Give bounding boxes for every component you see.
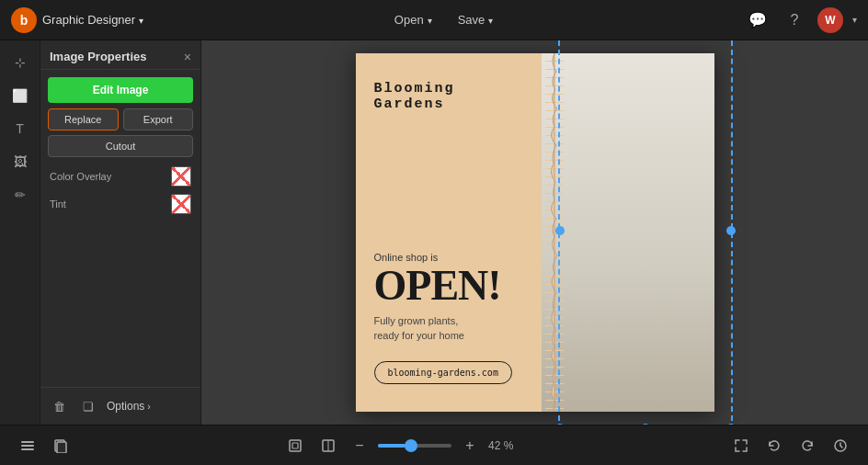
card-description: Fully grown plants, ready for your home bbox=[374, 314, 535, 343]
layers-icon[interactable] bbox=[15, 433, 40, 459]
tool-text[interactable]: T bbox=[6, 114, 35, 143]
pages-icon[interactable] bbox=[48, 433, 74, 459]
bottom-center: − + 42 % bbox=[282, 433, 520, 459]
fit-to-screen-button[interactable] bbox=[728, 433, 754, 459]
zoom-in-button[interactable]: + bbox=[459, 435, 481, 457]
user-avatar[interactable]: W bbox=[817, 7, 843, 33]
tool-image[interactable]: 🖼 bbox=[6, 147, 35, 176]
svg-rect-13 bbox=[290, 440, 301, 451]
card-image bbox=[542, 53, 714, 412]
zoom-out-button[interactable]: − bbox=[348, 435, 371, 457]
plant-background bbox=[542, 53, 714, 412]
zoom-slider[interactable] bbox=[378, 444, 451, 448]
export-button[interactable]: Export bbox=[123, 108, 194, 130]
save-menu-button[interactable]: Save bbox=[449, 9, 503, 30]
left-toolbar: ⊹ ⬜ T 🖼 ✏ bbox=[0, 40, 40, 425]
card-main-text: OPEN! bbox=[374, 265, 535, 307]
app-name: Graphic Designer bbox=[42, 13, 143, 27]
main-area: ⊹ ⬜ T 🖼 ✏ Image Properties × Edit Image … bbox=[0, 40, 868, 425]
tint-row: Tint bbox=[48, 194, 193, 214]
user-chevron-icon[interactable]: ▾ bbox=[852, 15, 857, 25]
svg-rect-9 bbox=[21, 445, 34, 447]
delete-icon[interactable]: 🗑 bbox=[48, 395, 70, 417]
frame-icon[interactable] bbox=[315, 433, 341, 459]
edit-image-button[interactable]: Edit Image bbox=[48, 77, 193, 103]
cutout-button[interactable]: Cutout bbox=[48, 135, 193, 157]
tool-pen[interactable]: ✏ bbox=[6, 180, 35, 210]
app-name-chevron[interactable] bbox=[139, 13, 143, 27]
chat-button[interactable]: 💬 bbox=[744, 6, 771, 34]
properties-panel: Image Properties × Edit Image Replace Ex… bbox=[40, 40, 201, 425]
card-left: Blooming Gardens Online shop is OPEN! Fu… bbox=[356, 53, 554, 412]
torn-edge bbox=[545, 53, 564, 412]
panel-footer: 🗑 ❏ Options › bbox=[40, 387, 200, 425]
color-overlay-swatch[interactable] bbox=[171, 166, 191, 187]
svg-rect-14 bbox=[292, 443, 298, 448]
close-panel-button[interactable]: × bbox=[184, 51, 191, 63]
fit-screen-icon[interactable] bbox=[282, 433, 308, 459]
handle-middle-right[interactable] bbox=[726, 226, 736, 235]
topbar-right: 💬 ? W ▾ bbox=[744, 6, 857, 34]
topbar-center: Open Save bbox=[385, 9, 502, 30]
card-mid: Online shop is OPEN! Fully grown plants,… bbox=[374, 252, 535, 384]
options-label: Options bbox=[107, 400, 144, 413]
open-menu-button[interactable]: Open bbox=[385, 9, 441, 30]
undo-button[interactable] bbox=[761, 433, 787, 459]
tool-select[interactable]: ⊹ bbox=[6, 48, 35, 77]
panel-body: Edit Image Replace Export Cutout Color O… bbox=[40, 70, 200, 214]
card-title-text: Blooming Gardens bbox=[374, 81, 528, 112]
options-chevron-icon: › bbox=[147, 402, 150, 412]
help-button[interactable]: ? bbox=[781, 6, 808, 34]
handle-bottom-left[interactable] bbox=[555, 424, 565, 425]
card-url: blooming-gardens.com bbox=[374, 361, 512, 384]
open-chevron-icon bbox=[428, 13, 432, 27]
color-overlay-row: Color Overlay bbox=[48, 166, 193, 187]
app-name-label: Graphic Designer bbox=[42, 13, 135, 27]
app-logo[interactable]: b bbox=[11, 7, 37, 33]
card-title: Blooming Gardens bbox=[374, 81, 535, 112]
tint-label: Tint bbox=[50, 198, 66, 210]
svg-rect-12 bbox=[57, 442, 66, 453]
duplicate-icon[interactable]: ❏ bbox=[77, 395, 99, 417]
handle-bottom-center[interactable] bbox=[641, 424, 650, 425]
replace-export-row: Replace Export bbox=[48, 108, 193, 130]
zoom-thumb[interactable] bbox=[405, 439, 417, 452]
tool-shape[interactable]: ⬜ bbox=[6, 81, 35, 110]
panel-header: Image Properties × bbox=[40, 40, 200, 70]
panel-title: Image Properties bbox=[50, 50, 147, 63]
handle-bottom-right[interactable] bbox=[726, 424, 736, 425]
history-button[interactable] bbox=[828, 433, 853, 459]
options-button[interactable]: Options › bbox=[107, 400, 151, 413]
zoom-fill bbox=[378, 444, 405, 448]
zoom-percent: 42 % bbox=[488, 439, 520, 452]
bottom-left bbox=[15, 433, 74, 459]
bottom-right bbox=[728, 433, 853, 459]
svg-rect-8 bbox=[21, 441, 34, 443]
topbar-left: b Graphic Designer bbox=[11, 7, 143, 33]
save-chevron-icon bbox=[488, 13, 493, 27]
svg-rect-10 bbox=[21, 448, 34, 450]
topbar: b Graphic Designer Open Save 💬 ? W ▾ bbox=[0, 0, 868, 40]
card-desc-line1: Fully grown plants, bbox=[374, 314, 535, 328]
canvas-area[interactable]: Blooming Gardens Online shop is OPEN! Fu… bbox=[201, 40, 868, 425]
card-desc-line2: ready for your home bbox=[374, 329, 535, 343]
redo-button[interactable] bbox=[794, 433, 820, 459]
design-card: Blooming Gardens Online shop is OPEN! Fu… bbox=[356, 53, 714, 412]
design-wrapper: Blooming Gardens Online shop is OPEN! Fu… bbox=[356, 53, 714, 412]
bottombar: − + 42 % bbox=[0, 425, 868, 465]
color-overlay-label: Color Overlay bbox=[50, 171, 111, 182]
replace-button[interactable]: Replace bbox=[48, 108, 119, 130]
tint-swatch[interactable] bbox=[171, 194, 191, 214]
